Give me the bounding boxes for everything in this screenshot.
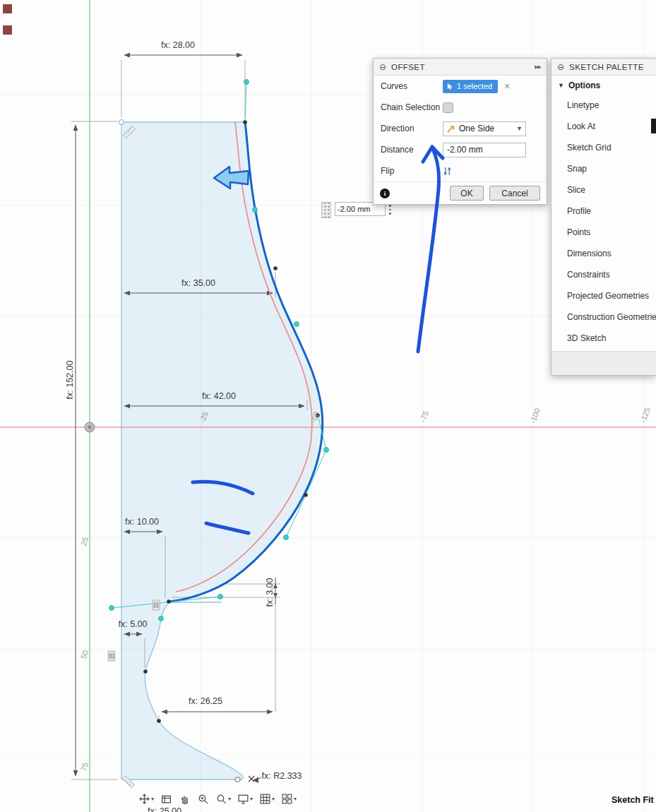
chevron-down-icon[interactable]: ▾: [151, 796, 154, 802]
sketch-palette-header[interactable]: ⊖ SKETCH PALETTE: [551, 59, 656, 76]
sketch-palette-title: SKETCH PALETTE: [569, 63, 644, 71]
status-mode-label: Sketch Fit P: [612, 795, 656, 805]
marker-square: [3, 25, 12, 35]
look-at-button-partial[interactable]: [651, 119, 656, 133]
chain-selection-label: Chain Selection: [381, 102, 443, 112]
palette-item-label: Projected Geometries: [567, 291, 649, 301]
offset-dialog-header[interactable]: ⊖ OFFSET ▶▶: [374, 59, 547, 76]
palette-item-projected-geometries[interactable]: Projected Geometries: [551, 285, 656, 306]
palette-item-constraints[interactable]: Constraints: [551, 264, 656, 285]
chevron-down-icon: ▼: [516, 125, 523, 132]
chevron-down-icon[interactable]: ▾: [250, 796, 253, 802]
ok-button[interactable]: OK: [450, 186, 484, 201]
flip-label: Flip: [381, 166, 443, 176]
marker-square: [3, 4, 12, 13]
palette-item-profile[interactable]: Profile: [551, 201, 656, 222]
palette-item-label: Dimensions: [567, 249, 612, 258]
palette-item-label: Slice: [567, 185, 585, 195]
drag-grip-icon[interactable]: [321, 202, 331, 218]
palette-item-list: LinetypeLook AtSketch GridSnapSliceProfi…: [551, 95, 656, 349]
coincident-marker: [249, 776, 254, 782]
pan-icon[interactable]: [177, 791, 193, 806]
constraint-icon[interactable]: [153, 600, 160, 610]
navigation-toolbar: ▾▾▾▾▾: [136, 791, 299, 806]
curves-selection-chip[interactable]: 1 selected: [443, 80, 498, 93]
chevron-down-icon[interactable]: ▾: [272, 796, 275, 802]
collapse-icon[interactable]: ⊖: [557, 63, 564, 71]
options-section-header[interactable]: ▼ Options: [551, 76, 656, 95]
clear-selection-icon[interactable]: ×: [504, 81, 510, 91]
options-section-label: Options: [568, 80, 600, 90]
info-icon[interactable]: i: [380, 189, 390, 198]
move-icon[interactable]: ▾: [136, 791, 156, 806]
palette-item-label: Profile: [567, 206, 591, 216]
grid-settings-icon[interactable]: ▾: [257, 791, 277, 806]
palette-item-slice[interactable]: Slice: [551, 179, 656, 201]
direction-dropdown[interactable]: One Side ▼: [443, 121, 526, 136]
curves-label: Curves: [381, 81, 443, 91]
chevron-down-icon: ▼: [558, 82, 564, 89]
distance-input[interactable]: [443, 143, 526, 157]
selection-count: 1 selected: [457, 82, 492, 90]
viewports-icon[interactable]: ▾: [279, 791, 299, 806]
palette-item-label: Points: [567, 227, 590, 237]
palette-item-label: Linetype: [567, 100, 599, 110]
zoom-icon[interactable]: [195, 791, 211, 806]
palette-item-linetype[interactable]: Linetype: [551, 95, 656, 116]
constraint-icon[interactable]: [108, 651, 115, 661]
palette-item-label: Look At: [567, 121, 595, 131]
palette-item-construction-geometries[interactable]: Construction Geometries: [551, 306, 656, 328]
cursor-icon: [446, 83, 454, 90]
palette-item-look-at[interactable]: Look At: [551, 116, 656, 137]
palette-item-points[interactable]: Points: [551, 222, 656, 243]
look-at-icon[interactable]: [158, 791, 174, 806]
collapse-icon[interactable]: ⊖: [379, 63, 386, 71]
palette-item-sketch-grid[interactable]: Sketch Grid: [551, 137, 656, 158]
palette-item-3d-sketch[interactable]: 3D Sketch: [551, 328, 656, 349]
display-settings-icon[interactable]: ▾: [235, 791, 255, 806]
palette-item-label: Constraints: [567, 270, 610, 280]
flip-icon[interactable]: [443, 166, 452, 177]
palette-item-label: 3D Sketch: [567, 333, 606, 343]
chevron-down-icon[interactable]: ▾: [228, 796, 231, 802]
origin-point[interactable]: [85, 422, 95, 432]
offset-dialog-title: OFFSET: [391, 63, 425, 71]
fit-icon[interactable]: ▾: [213, 791, 233, 806]
dimension-arrowheads: [253, 584, 278, 783]
cancel-button[interactable]: Cancel: [489, 186, 540, 201]
detach-icon[interactable]: ▶▶: [535, 64, 541, 70]
direction-label: Direction: [381, 124, 443, 133]
palette-item-label: Snap: [567, 164, 587, 174]
palette-item-dimensions[interactable]: Dimensions: [551, 243, 656, 264]
palette-footer: [551, 351, 656, 375]
profile-region[interactable]: [121, 122, 323, 780]
one-side-icon: [446, 124, 455, 133]
direction-value: One Side: [459, 124, 494, 133]
palette-item-snap[interactable]: Snap: [551, 158, 656, 179]
sketch-palette: ⊖ SKETCH PALETTE ▼ Options LinetypeLook …: [551, 58, 656, 376]
distance-label: Distance: [381, 145, 443, 155]
palette-item-label: Sketch Grid: [567, 143, 612, 153]
chain-selection-checkbox[interactable]: [443, 102, 453, 113]
palette-item-label: Construction Geometries: [567, 312, 656, 322]
chevron-down-icon[interactable]: ▾: [294, 796, 297, 802]
offset-dialog: ⊖ OFFSET ▶▶ Curves 1 selected × Chain Se…: [373, 58, 547, 205]
more-options-icon[interactable]: [389, 205, 391, 215]
